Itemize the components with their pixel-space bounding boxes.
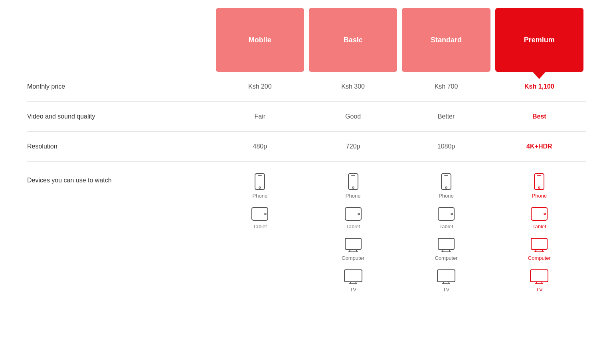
standard-computer-label: Computer xyxy=(435,255,457,261)
tablet-icon xyxy=(437,207,455,221)
premium-resolution: 4K+HDR xyxy=(493,143,586,150)
phone-icon xyxy=(253,173,266,190)
header-row: Mobile Basic Standard Premium xyxy=(27,8,586,72)
tv-icon xyxy=(344,269,363,284)
premium-tablet-label: Tablet xyxy=(532,224,546,229)
svg-point-32 xyxy=(538,187,540,188)
video-quality-label: Video and sound quality xyxy=(27,113,214,120)
devices-label: Devices you can use to watch xyxy=(27,173,214,184)
svg-rect-23 xyxy=(438,238,454,249)
premium-quality: Best xyxy=(493,113,586,120)
svg-point-9 xyxy=(358,213,360,215)
plan-card-standard: Standard xyxy=(402,8,490,72)
basic-devices-col: Phone Tablet xyxy=(306,173,399,293)
standard-computer-item: Computer xyxy=(435,237,457,261)
comparison-table: Mobile Basic Standard Premium Monthly pr… xyxy=(27,8,586,304)
computer-icon-premium xyxy=(530,237,548,253)
svg-rect-40 xyxy=(530,270,548,282)
svg-rect-34 xyxy=(531,208,547,220)
svg-rect-27 xyxy=(437,270,455,282)
basic-tablet-item: Tablet xyxy=(344,207,362,229)
premium-phone-label: Phone xyxy=(532,193,547,199)
standard-tablet-item: Tablet xyxy=(437,207,455,229)
premium-price: Ksh 1,100 xyxy=(493,83,586,90)
premium-tv-label: TV xyxy=(536,287,543,293)
mobile-tablet-item: Tablet xyxy=(251,207,269,229)
devices-row: Devices you can use to watch Phone xyxy=(27,162,586,304)
svg-point-19 xyxy=(445,187,447,188)
video-quality-row: Video and sound quality Fair Good Better… xyxy=(27,102,586,132)
svg-point-22 xyxy=(451,213,453,215)
premium-devices-col: Phone Tablet xyxy=(493,173,586,293)
plan-label-basic: Basic xyxy=(344,36,363,44)
svg-rect-10 xyxy=(345,238,361,249)
mobile-devices-col: Phone Tablet xyxy=(214,173,306,229)
basic-phone-label: Phone xyxy=(346,193,361,199)
premium-phone-item: Phone xyxy=(532,173,547,199)
monthly-price-row: Monthly price Ksh 200 Ksh 300 Ksh 700 Ks… xyxy=(27,72,586,102)
standard-price: Ksh 700 xyxy=(399,83,492,90)
basic-phone-item: Phone xyxy=(346,173,361,199)
basic-tv-label: TV xyxy=(350,287,356,293)
basic-price: Ksh 300 xyxy=(306,83,399,90)
svg-rect-31 xyxy=(534,174,544,190)
svg-rect-36 xyxy=(531,238,547,249)
phone-icon xyxy=(347,173,360,190)
premium-tv-item: TV xyxy=(530,269,549,293)
mobile-tablet-label: Tablet xyxy=(253,224,267,229)
standard-resolution: 1080p xyxy=(399,143,492,150)
standard-quality: Better xyxy=(399,113,492,120)
basic-computer-label: Computer xyxy=(342,255,364,261)
plan-label-mobile: Mobile xyxy=(249,36,271,44)
plan-card-mobile: Mobile xyxy=(216,8,304,72)
monthly-price-label: Monthly price xyxy=(27,83,214,90)
premium-tablet-item: Tablet xyxy=(530,207,548,229)
tablet-icon xyxy=(251,207,269,221)
basic-computer-item: Computer xyxy=(342,237,364,261)
basic-tablet-label: Tablet xyxy=(346,224,360,229)
basic-quality: Good xyxy=(306,113,399,120)
standard-tv-label: TV xyxy=(443,287,450,293)
svg-rect-21 xyxy=(438,208,454,220)
svg-rect-0 xyxy=(255,174,265,190)
plan-card-basic: Basic xyxy=(309,8,397,72)
mobile-phone-label: Phone xyxy=(253,193,268,199)
standard-devices-col: Phone Tablet xyxy=(399,173,492,293)
mobile-resolution: 480p xyxy=(214,143,306,150)
computer-icon xyxy=(437,237,455,253)
resolution-label: Resolution xyxy=(27,143,214,150)
standard-phone-item: Phone xyxy=(439,173,454,199)
svg-rect-8 xyxy=(345,208,361,220)
tablet-icon-premium xyxy=(530,207,548,221)
plan-label-premium: Premium xyxy=(524,36,555,44)
mobile-price: Ksh 200 xyxy=(214,83,306,90)
tv-icon xyxy=(437,269,456,284)
mobile-phone-item: Phone xyxy=(253,173,268,199)
plan-label-standard: Standard xyxy=(431,36,462,44)
svg-point-1 xyxy=(259,187,261,188)
svg-point-35 xyxy=(544,213,546,215)
premium-computer-item: Computer xyxy=(528,237,551,261)
basic-resolution: 720p xyxy=(306,143,399,150)
svg-point-6 xyxy=(352,187,354,188)
svg-rect-18 xyxy=(441,174,451,190)
svg-rect-5 xyxy=(348,174,358,190)
svg-point-4 xyxy=(265,213,266,215)
svg-rect-3 xyxy=(252,208,268,220)
computer-icon xyxy=(344,237,362,253)
phone-icon xyxy=(440,173,453,190)
basic-tv-item: TV xyxy=(344,269,363,293)
standard-phone-label: Phone xyxy=(439,193,454,199)
premium-computer-label: Computer xyxy=(528,255,551,261)
tablet-icon xyxy=(344,207,362,221)
mobile-quality: Fair xyxy=(214,113,306,120)
tv-icon-premium xyxy=(530,269,549,284)
resolution-row: Resolution 480p 720p 1080p 4K+HDR xyxy=(27,132,586,162)
standard-tv-item: TV xyxy=(437,269,456,293)
standard-tablet-label: Tablet xyxy=(439,224,453,229)
svg-rect-14 xyxy=(344,270,362,282)
header-empty-cell xyxy=(27,8,214,72)
plan-card-premium: Premium xyxy=(495,8,583,72)
phone-icon-premium xyxy=(533,173,546,190)
